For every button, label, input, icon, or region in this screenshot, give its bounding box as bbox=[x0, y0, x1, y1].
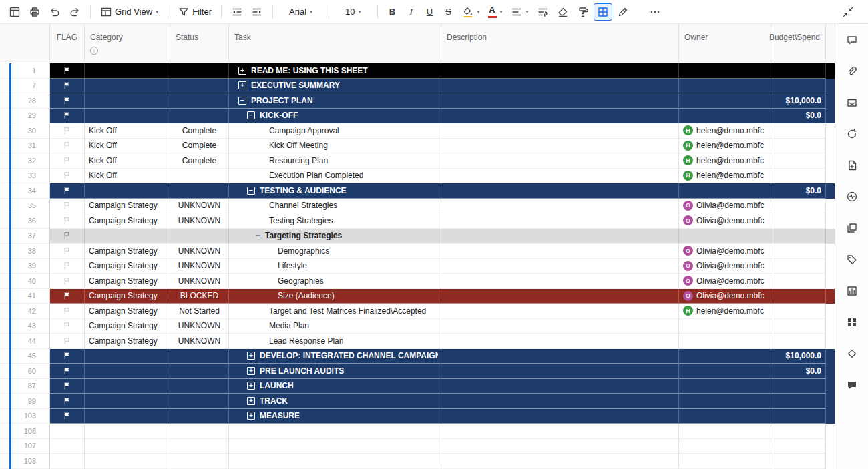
owner-cell[interactable]: Hhelen@demo.mbfc bbox=[679, 123, 771, 139]
expand-icon[interactable]: + bbox=[247, 382, 255, 390]
column-header-owner[interactable]: Owner bbox=[679, 24, 771, 63]
owner-cell[interactable] bbox=[679, 63, 771, 79]
update-request-button[interactable] bbox=[845, 127, 859, 141]
layers-button[interactable] bbox=[845, 221, 859, 236]
category-cell[interactable]: Campaign Strategy bbox=[85, 319, 170, 334]
description-cell[interactable] bbox=[441, 394, 679, 409]
flag-cell[interactable] bbox=[50, 439, 85, 454]
budget-cell[interactable]: $0.0 bbox=[771, 109, 826, 124]
flag-cell[interactable] bbox=[50, 274, 85, 289]
category-cell[interactable]: Kick Off bbox=[85, 153, 170, 169]
description-cell[interactable] bbox=[441, 213, 679, 229]
row-number[interactable]: 29 bbox=[0, 109, 50, 124]
status-cell[interactable] bbox=[170, 169, 229, 184]
owner-cell[interactable] bbox=[679, 454, 771, 469]
category-cell[interactable]: Campaign Strategy bbox=[85, 274, 170, 289]
category-cell[interactable]: Campaign Strategy bbox=[85, 213, 170, 229]
budget-cell[interactable] bbox=[771, 79, 826, 94]
status-cell[interactable]: UNKNOWN bbox=[170, 213, 229, 229]
description-cell[interactable] bbox=[441, 409, 679, 424]
status-cell[interactable] bbox=[170, 79, 229, 94]
format-painter-button[interactable] bbox=[574, 3, 592, 21]
row-number[interactable]: 87 bbox=[0, 379, 50, 394]
sheet-button[interactable] bbox=[5, 3, 24, 21]
flag-cell[interactable] bbox=[50, 289, 85, 304]
collapse-toolbar-button[interactable] bbox=[839, 3, 857, 21]
flag-cell[interactable] bbox=[50, 454, 85, 469]
budget-cell[interactable] bbox=[771, 304, 826, 319]
flag-cell[interactable] bbox=[50, 63, 85, 79]
status-cell[interactable]: UNKNOWN bbox=[170, 199, 229, 214]
category-cell[interactable] bbox=[85, 379, 170, 394]
tag-button[interactable] bbox=[845, 252, 859, 267]
row-number[interactable]: 38 bbox=[0, 244, 50, 259]
category-cell[interactable] bbox=[85, 183, 170, 199]
filter-button[interactable]: Filter bbox=[174, 3, 215, 21]
flag-cell[interactable] bbox=[50, 153, 85, 169]
owner-cell[interactable] bbox=[679, 424, 771, 439]
task-cell[interactable]: Channel Strategies bbox=[229, 199, 441, 214]
expand-icon[interactable]: + bbox=[247, 352, 255, 360]
budget-cell[interactable] bbox=[771, 259, 826, 274]
owner-cell[interactable] bbox=[679, 109, 771, 124]
task-cell[interactable]: +EXECUTIVE SUMMARY bbox=[229, 79, 441, 94]
task-cell[interactable]: +LAUNCH bbox=[229, 379, 441, 394]
flag-cell[interactable] bbox=[50, 379, 85, 394]
owner-cell[interactable]: OOlivia@demo.mbfc bbox=[679, 259, 771, 274]
task-cell[interactable]: +PRE LAUNCH AUDITS bbox=[229, 364, 441, 379]
grid-squares-button[interactable] bbox=[845, 315, 859, 330]
status-cell[interactable] bbox=[170, 409, 229, 424]
description-cell[interactable] bbox=[441, 93, 679, 109]
flag-cell[interactable] bbox=[50, 169, 85, 184]
flag-cell[interactable] bbox=[50, 409, 85, 424]
row-number[interactable]: 28 bbox=[0, 93, 50, 109]
flag-cell[interactable] bbox=[50, 424, 85, 439]
category-cell[interactable] bbox=[85, 439, 170, 454]
status-cell[interactable] bbox=[170, 424, 229, 439]
task-cell[interactable]: Campaign Approval bbox=[229, 123, 441, 139]
budget-cell[interactable] bbox=[771, 274, 826, 289]
expand-icon[interactable]: + bbox=[238, 81, 246, 89]
description-cell[interactable] bbox=[441, 63, 679, 79]
budget-cell[interactable] bbox=[771, 199, 826, 214]
budget-cell[interactable]: $10,000.0 bbox=[771, 93, 826, 109]
budget-cell[interactable] bbox=[771, 409, 826, 424]
info-icon[interactable]: i bbox=[90, 47, 98, 55]
task-cell[interactable]: +DEVELOP: INTEGRATED CHANNEL CAMPAIGN bbox=[229, 349, 441, 364]
description-cell[interactable] bbox=[441, 183, 679, 199]
status-cell[interactable]: Not Started bbox=[170, 304, 229, 319]
tray-button[interactable] bbox=[845, 95, 859, 110]
owner-cell[interactable]: OOlivia@demo.mbfc bbox=[679, 213, 771, 229]
collapse-icon[interactable]: − bbox=[247, 111, 255, 119]
owner-cell[interactable]: OOlivia@demo.mbfc bbox=[679, 289, 771, 304]
budget-cell[interactable] bbox=[771, 244, 826, 259]
description-cell[interactable] bbox=[441, 334, 679, 349]
flag-cell[interactable] bbox=[50, 349, 85, 364]
category-cell[interactable]: Campaign Strategy bbox=[85, 244, 170, 259]
budget-cell[interactable] bbox=[771, 169, 826, 184]
diamond-button[interactable] bbox=[845, 346, 859, 361]
row-number[interactable]: 108 bbox=[0, 454, 50, 469]
status-cell[interactable]: BLOCKED bbox=[170, 289, 229, 304]
description-cell[interactable] bbox=[441, 229, 679, 244]
budget-cell[interactable] bbox=[771, 139, 826, 154]
status-cell[interactable]: Complete bbox=[170, 123, 229, 139]
row-number[interactable]: 60 bbox=[0, 364, 50, 379]
description-cell[interactable] bbox=[441, 139, 679, 154]
category-cell[interactable]: Campaign Strategy bbox=[85, 199, 170, 214]
description-cell[interactable] bbox=[441, 274, 679, 289]
task-cell[interactable]: +MEASURE bbox=[229, 409, 441, 424]
clear-format-button[interactable] bbox=[554, 3, 572, 21]
owner-cell[interactable] bbox=[679, 183, 771, 199]
task-cell[interactable]: Size (Audience) bbox=[229, 289, 441, 304]
flag-cell[interactable] bbox=[50, 123, 85, 139]
owner-cell[interactable] bbox=[679, 349, 771, 364]
budget-cell[interactable] bbox=[771, 424, 826, 439]
status-cell[interactable] bbox=[170, 454, 229, 469]
description-cell[interactable] bbox=[441, 199, 679, 214]
flag-cell[interactable] bbox=[50, 213, 85, 229]
description-cell[interactable] bbox=[441, 153, 679, 169]
row-number[interactable]: 35 bbox=[0, 199, 50, 214]
row-number[interactable]: 43 bbox=[0, 319, 50, 334]
row-number[interactable]: 44 bbox=[0, 334, 50, 349]
